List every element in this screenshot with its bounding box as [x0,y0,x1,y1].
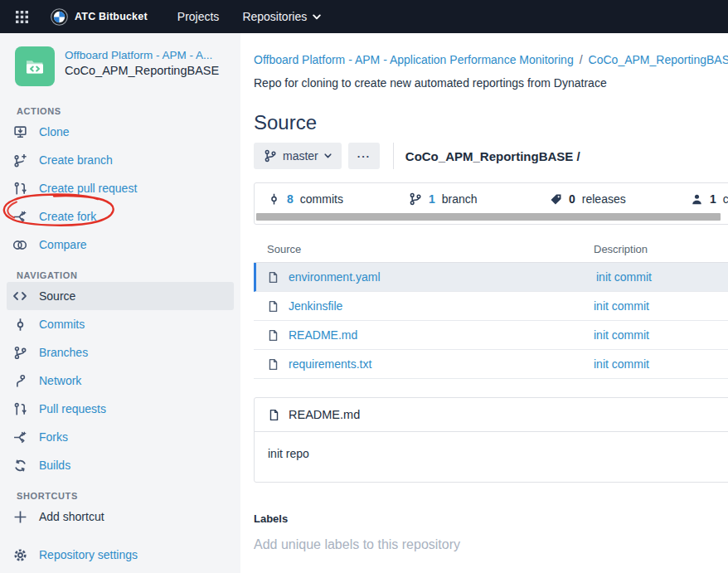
file-link[interactable]: README.md [289,328,357,342]
table-row-environment-yaml[interactable]: environment.yaml init commit [254,263,728,292]
breadcrumb-project-link[interactable]: Offboard Platform - APM - Application Pe… [254,53,574,66]
horizontal-scrollbar[interactable] [256,213,721,221]
create-branch-icon [12,153,28,168]
more-actions-button[interactable]: ··· [348,143,380,169]
branch-icon [264,149,277,163]
sidebar-item-create-pull-request[interactable]: Create pull request [7,174,234,202]
sidebar-item-forks[interactable]: Forks [7,423,234,451]
table-row-jenkinsfile[interactable]: Jenkinsfile init commit [254,292,728,321]
stat-commits[interactable]: 8 commits [268,192,409,206]
toolbar: master ··· CoCo_APM_ReportingBASE / [254,143,728,169]
person-icon [691,193,703,206]
breadcrumb-separator: / [580,53,583,66]
branch-selector-button[interactable]: master [254,143,342,169]
file-table-header: Source Description [254,243,728,263]
sidebar-item-source[interactable]: Source [7,282,234,310]
readme-content: init repo [255,432,728,482]
branch-icon [12,345,28,360]
repo-stats-bar: 8 commits 1 branch 0 releases 1 contribu… [254,182,728,225]
compare-icon [12,237,28,252]
branch-icon [409,192,422,206]
stat-contributors[interactable]: 1 contributor [691,192,728,206]
readme-header: README.md [255,398,728,432]
commit-message-link[interactable]: init commit [594,299,649,313]
sidebar-item-network[interactable]: Network [7,367,234,395]
table-row-readme-md[interactable]: README.md init commit [254,321,728,350]
clone-icon [12,124,28,139]
commit-message-link[interactable]: init commit [594,328,649,342]
app-logo[interactable]: ATC Bitbucket [51,8,148,26]
file-icon [267,329,279,342]
file-link[interactable]: Jenkinsfile [289,299,342,313]
plus-icon [12,509,28,524]
file-link[interactable]: environment.yaml [289,270,381,284]
toolbar-divider [393,143,394,169]
table-row-requirements-txt[interactable]: requirements.txt init commit [254,350,728,379]
chevron-down-icon [313,14,321,20]
repo-description: Repo for cloning to create new automated… [254,76,728,90]
sidebar-item-commits[interactable]: Commits [7,310,234,338]
file-path-breadcrumb[interactable]: CoCo_APM_ReportingBASE / [405,149,580,163]
file-icon [267,271,279,284]
stat-branches[interactable]: 1 branch [409,192,550,206]
readme-panel: README.md init repo [254,397,728,483]
file-link[interactable]: requirements.txt [289,357,371,371]
labels-input-placeholder[interactable]: Add unique labels to this repository [254,537,728,552]
sidebar-item-create-branch[interactable]: Create branch [7,146,234,174]
section-label-actions: ACTIONS [17,106,240,118]
project-link[interactable]: Offboard Platform - APM - A... [65,49,219,61]
bmw-logo-icon [51,8,68,26]
folder-code-icon [22,54,47,79]
commit-message-link[interactable]: init commit [596,270,652,284]
gear-icon [12,547,28,562]
repo-avatar[interactable] [15,46,55,86]
pull-request-icon [12,181,28,196]
file-table: Source Description environment.yaml init… [254,243,728,379]
commit-icon [268,192,280,206]
app-name: ATC Bitbucket [75,11,148,22]
repo-name[interactable]: CoCo_APM_ReportingBASE [65,64,219,77]
fork-icon [12,209,28,224]
sidebar-item-repository-settings[interactable]: Repository settings [7,541,234,569]
commit-message-link[interactable]: init commit [594,357,649,371]
pull-request-icon [12,401,28,416]
sidebar-item-compare[interactable]: Compare [7,231,234,259]
top-nav: Projects Repositories [166,0,332,33]
repo-header: Offboard Platform - APM - A... CoCo_APM_… [0,33,240,95]
sidebar-item-builds[interactable]: Builds [7,451,234,479]
sidebar: Offboard Platform - APM - A... CoCo_APM_… [0,33,240,573]
file-icon [267,358,279,371]
sidebar-item-clone[interactable]: Clone [7,118,234,146]
section-label-navigation: NAVIGATION [17,270,240,282]
tag-icon [550,193,562,206]
main-content: Offboard Platform - APM - Application Pe… [240,33,728,573]
sidebar-item-add-shortcut[interactable]: Add shortcut [7,503,234,531]
code-icon [12,289,28,303]
page-title: Source [254,111,728,134]
nav-repositories[interactable]: Repositories [231,0,332,33]
sidebar-item-branches[interactable]: Branches [7,338,234,367]
stat-releases[interactable]: 0 releases [550,192,691,206]
builds-icon [12,458,28,473]
sidebar-item-pull-requests[interactable]: Pull requests [7,395,234,423]
section-label-shortcuts: SHORTCUTS [17,491,240,503]
file-icon [267,300,279,313]
fork-icon [12,430,28,444]
labels-title: Labels [254,512,728,525]
readme-filename: README.md [289,408,360,421]
breadcrumb: Offboard Platform - APM - Application Pe… [254,53,728,66]
labels-section: Labels Add unique labels to this reposit… [254,512,728,552]
column-header-description: Description [594,243,728,255]
file-icon [268,409,280,421]
network-icon [12,373,28,388]
column-header-source: Source [254,243,594,255]
breadcrumb-repo-link[interactable]: CoCo_APM_ReportingBASE [589,53,728,66]
commit-icon [12,317,28,332]
chevron-down-icon [324,153,332,158]
sidebar-item-create-fork[interactable]: Create fork [7,202,234,231]
nav-projects[interactable]: Projects [166,0,231,33]
top-navigation-bar: ATC Bitbucket Projects Repositories [0,0,728,33]
app-switcher-icon[interactable] [16,11,47,23]
